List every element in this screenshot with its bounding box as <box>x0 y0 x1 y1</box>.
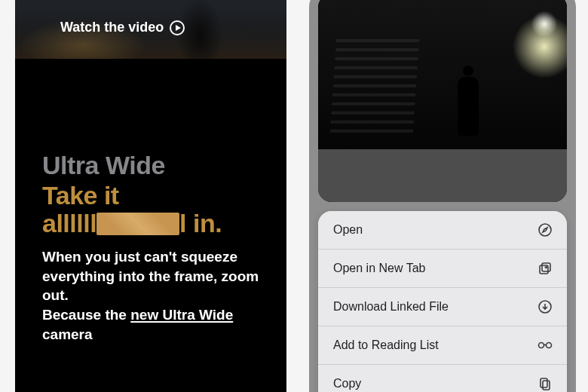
menu-item-label: Copy <box>333 377 361 390</box>
menu-item-label: Open in New Tab <box>333 262 425 275</box>
glasses-icon <box>537 337 553 354</box>
svg-point-5 <box>547 343 552 348</box>
watch-video-cta[interactable]: Watch the video <box>60 20 185 35</box>
svg-rect-1 <box>540 265 548 274</box>
menu-item-copy[interactable]: Copy <box>318 365 567 392</box>
doc-on-doc-icon <box>537 375 553 392</box>
body-pre: Because the <box>42 307 130 323</box>
download-circle-icon <box>537 299 553 315</box>
right-phone: Open Open in New Tab Download Linked Fil… <box>309 0 576 392</box>
headline-block: Ultra Wide Take it alllllll in. <box>42 151 274 237</box>
tab-plus-icon <box>537 260 553 277</box>
svg-point-4 <box>539 343 544 348</box>
photo-silhouette <box>458 77 479 136</box>
headline-letters: allllll <box>42 209 96 237</box>
body-copy: When you just can't squeeze everything i… <box>42 247 276 344</box>
play-icon <box>170 20 185 35</box>
menu-item-open[interactable]: Open <box>318 211 567 250</box>
body-after: camera <box>42 326 93 342</box>
svg-rect-6 <box>541 378 547 387</box>
left-phone: Watch the video Ultra Wide Take it allll… <box>15 0 286 392</box>
menu-item-label: Download Linked File <box>333 300 449 314</box>
menu-item-label: Open <box>333 223 363 237</box>
watch-video-label: Watch the video <box>60 20 164 35</box>
headline-post: l in. <box>179 209 222 237</box>
svg-point-0 <box>539 224 551 236</box>
preview-card[interactable] <box>318 0 567 202</box>
menu-item-label: Add to Reading List <box>333 338 439 352</box>
body-line2: everything into the frame, zoom out. <box>42 268 259 304</box>
body-underlined: new Ultra Wide <box>130 307 233 323</box>
photo-stairs <box>330 39 420 133</box>
body-line1: When you just can't squeeze <box>42 249 237 265</box>
headline-eyebrow: Ultra Wide <box>42 151 274 180</box>
compass-icon <box>537 222 553 238</box>
menu-item-download[interactable]: Download Linked File <box>318 288 567 326</box>
headline-pre: Take it <box>42 181 119 210</box>
svg-rect-7 <box>543 381 550 390</box>
menu-item-open-new-tab[interactable]: Open in New Tab <box>318 250 567 288</box>
context-menu: Open Open in New Tab Download Linked Fil… <box>318 211 567 392</box>
preview-footer-bar <box>318 149 567 202</box>
censor-bar <box>96 213 179 235</box>
menu-item-reading-list[interactable]: Add to Reading List <box>318 326 567 365</box>
night-photo <box>318 0 567 149</box>
headline-main: Take it alllllll in. <box>42 182 274 237</box>
